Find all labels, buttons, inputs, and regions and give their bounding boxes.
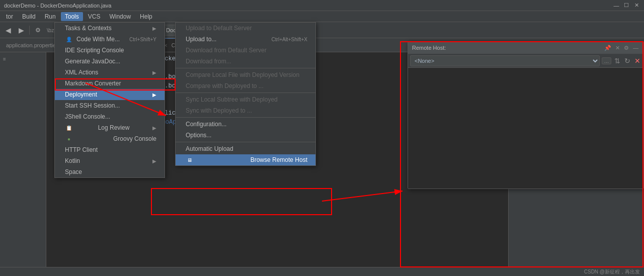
back-btn[interactable]: ◀ [2,24,14,36]
tab-java-lang: C [172,43,175,48]
rh-gear-btn[interactable]: ⚙ [623,45,630,51]
menu-kotlin[interactable]: Kotlin ▶ [55,155,165,166]
rh-toolbar: <None> ... ⇅ ↻ ✕ [408,54,643,68]
menu-groovy-console[interactable]: ● Groovy Console [55,133,165,144]
rh-content [408,68,643,189]
title-text: dockerDemo - DockerDemoApplication.java [4,3,111,9]
menu-code-with-me[interactable]: 👤 Code With Me... Ctrl+Shift+Y [55,34,165,45]
submenu-browse-remote[interactable]: 🖥 Browse Remote Host [176,154,315,165]
submenu-compare-local: Compare Local File with Deployed Version [176,69,315,80]
submenu-automatic-upload[interactable]: Automatic Upload [176,143,315,154]
maximize-btn[interactable]: ☐ [623,2,630,9]
remote-host-header: Remote Host: 📌 ✕ ⚙ — [408,42,643,54]
groovy-icon: ● [65,136,73,142]
sep-2 [176,93,315,93]
deployment-arrow: ▶ [152,92,156,98]
menu-window[interactable]: Window [105,12,135,21]
sep-1 [176,68,315,68]
tab-properties-label: application.properties [6,42,59,48]
menu-log-review[interactable]: 📋 Log Review ▶ [55,122,165,133]
settings-btn[interactable]: ⚙ [32,24,44,36]
log-review-arrow: ▶ [152,125,156,131]
structure-icon: ≡ [3,56,6,62]
tasks-arrow: ▶ [152,26,156,31]
menu-vcs[interactable]: VCS [84,12,105,21]
rh-sync-btn[interactable]: ↻ [623,57,631,65]
menu-tasks-contexts[interactable]: Tasks & Contexts ▶ [55,23,165,34]
tools-menu: Tasks & Contexts ▶ 👤 Code With Me... Ctr… [54,22,165,178]
menu-run[interactable]: Run [41,12,60,21]
rh-pin-btn[interactable]: 📌 [603,45,612,51]
rh-host-select[interactable]: <None> [410,55,600,66]
submenu-upload-default: Upload to Default Server [176,23,315,34]
rh-refresh-btn[interactable]: ⇅ [613,57,621,65]
remote-host-controls: 📌 ✕ ⚙ — [603,45,639,51]
menu-xml-actions[interactable]: XML Actions ▶ [55,67,165,78]
rh-collapse-btn[interactable]: — [632,45,639,51]
browse-remote-icon: 🖥 [186,157,194,163]
left-sidebar: ≡ [0,52,46,276]
submenu-sync-deployed: Sync with Deployed to ... [176,105,315,116]
menu-ssh-session[interactable]: Start SSH Session... [55,100,165,111]
submenu-download-from: Download from... [176,56,315,67]
status-bar: CSDN @新征程，再出发 [0,267,644,276]
log-review-icon: 📋 [65,125,73,131]
xml-arrow: ▶ [152,70,156,75]
menu-tor[interactable]: tor [2,12,17,21]
menu-http-client[interactable]: HTTP Client [55,144,165,155]
submenu-upload-to[interactable]: Upload to... Ctrl+Alt+Shift+X [176,34,315,45]
code-with-me-icon: 👤 [65,37,73,42]
menu-bar: tor Build Run Tools VCS Window Help [0,11,644,22]
menu-help[interactable]: Help [136,12,156,21]
minimize-btn[interactable]: — [613,2,620,9]
submenu-options[interactable]: Options... [176,130,315,141]
title-bar: dockerDemo - DockerDemoApplication.java … [0,0,644,11]
rh-disconnect-btn[interactable]: ✕ [633,57,641,65]
menu-jshell[interactable]: JShell Console... [55,111,165,122]
rh-dots-btn[interactable]: ... [602,57,611,64]
status-text: CSDN @新征程，再出发 [584,268,640,275]
sep1 [29,26,30,35]
sep-3 [176,117,315,118]
title-controls: — ☐ ✕ [613,2,640,9]
menu-generate-javadoc[interactable]: Generate JavaDoc... [55,56,165,67]
menu-ide-scripting[interactable]: IDE Scripting Console [55,45,165,56]
remote-host-title: Remote Host: [412,45,446,51]
remote-host-panel: Remote Host: 📌 ✕ ⚙ — <None> ... ⇅ ↻ ✕ [408,41,644,189]
deployment-submenu: Upload to Default Server Upload to... Ct… [175,22,316,166]
submenu-compare-deployed: Compare with Deployed to ... [176,80,315,91]
menu-deployment[interactable]: Deployment ▶ [55,89,165,100]
submenu-download-default: Download from Default Server [176,45,315,56]
kotlin-arrow: ▶ [152,158,156,164]
menu-markdown[interactable]: Markdown Converter [55,78,165,89]
submenu-configuration[interactable]: Configuration... [176,119,315,130]
close-btn[interactable]: ✕ [633,2,640,9]
menu-space[interactable]: Space [55,166,165,177]
sidebar-item-structure[interactable]: ≡ [0,54,46,64]
forward-btn[interactable]: ▶ [15,24,27,36]
rh-close-icon[interactable]: ✕ [614,45,621,51]
submenu-sync-local: Sync Local Subtree with Deployed [176,94,315,105]
menu-tools[interactable]: Tools [61,12,83,21]
sep-4 [176,142,315,142]
menu-build[interactable]: Build [18,12,40,21]
